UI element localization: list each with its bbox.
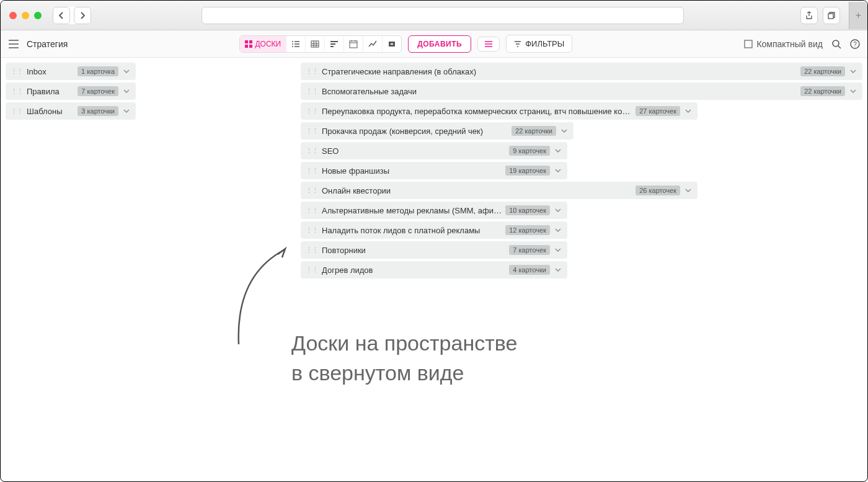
card-count-badge: 22 карточки: [512, 126, 556, 136]
chart-icon: [368, 40, 377, 48]
calendar-view-button[interactable]: [344, 36, 363, 52]
browser-chrome: +: [1, 1, 867, 30]
drag-handle-icon[interactable]: ⋮⋮: [306, 87, 318, 96]
svg-rect-1: [245, 40, 248, 43]
list-view-button[interactable]: [286, 37, 306, 51]
forward-button[interactable]: [74, 7, 91, 24]
annotation-line1: Доски на пространстве: [291, 329, 517, 359]
minimize-window-icon[interactable]: [22, 12, 29, 19]
tabs-button[interactable]: [823, 7, 840, 24]
board-row[interactable]: ⋮⋮Прокачка продаж (конверсия, средний че…: [301, 122, 574, 140]
drag-handle-icon[interactable]: ⋮⋮: [306, 107, 318, 115]
chevron-down-icon[interactable]: [554, 208, 562, 213]
list-icon: [291, 40, 300, 48]
archive-view-button[interactable]: [383, 37, 401, 51]
board-row[interactable]: ⋮⋮Онлайн квестории26 карточек: [301, 182, 698, 199]
board-row[interactable]: ⋮⋮Переупаковка продукта, переработка ком…: [301, 102, 698, 120]
chevron-down-icon[interactable]: [554, 267, 562, 272]
chevron-down-icon[interactable]: [684, 188, 693, 193]
drag-handle-icon[interactable]: ⋮⋮: [306, 207, 318, 215]
table-view-button[interactable]: [306, 37, 325, 51]
svg-rect-6: [350, 41, 357, 48]
board-title: Альтернативные методы рекламы (SMM, афиш…: [322, 206, 502, 215]
chevron-down-icon[interactable]: [560, 128, 569, 133]
card-count-badge: 22 карточки: [800, 86, 845, 96]
chevron-down-icon[interactable]: [122, 89, 131, 94]
content-area: ⋮⋮Inbox1 карточка⋮⋮Правила7 карточек⋮⋮Ша…: [1, 58, 867, 283]
chevron-down-icon[interactable]: [684, 109, 693, 114]
add-button[interactable]: ДОБАВИТЬ: [408, 35, 471, 53]
drag-handle-icon[interactable]: ⋮⋮: [306, 147, 318, 155]
chevron-down-icon[interactable]: [122, 69, 131, 74]
filters-button[interactable]: ФИЛЬТРЫ: [506, 35, 572, 53]
card-count-badge: 9 карточек: [509, 146, 550, 156]
card-count-badge: 26 карточек: [636, 185, 680, 195]
board-row[interactable]: ⋮⋮Наладить поток лидов с платной рекламы…: [301, 221, 567, 239]
drag-handle-icon[interactable]: ⋮⋮: [306, 266, 318, 274]
board-title: Новые франшизы: [322, 166, 502, 176]
close-window-icon[interactable]: [9, 12, 17, 19]
help-icon[interactable]: ?: [850, 39, 860, 49]
board-row[interactable]: ⋮⋮Догрев лидов4 карточки: [301, 261, 567, 279]
url-bar[interactable]: [202, 7, 684, 24]
gantt-view-button[interactable]: [325, 37, 344, 51]
app-toolbar: Стратегия ДОСКИ ДОБАВИТЬ ФИЛЬТРЫ Компакт…: [1, 30, 867, 58]
table-icon: [311, 40, 319, 48]
board-row[interactable]: ⋮⋮Шаблоны3 карточки: [6, 102, 136, 120]
share-button[interactable]: [800, 7, 818, 24]
drag-handle-icon[interactable]: ⋮⋮: [306, 187, 318, 195]
svg-rect-3: [245, 45, 248, 48]
drag-handle-icon[interactable]: ⋮⋮: [306, 226, 318, 234]
chart-view-button[interactable]: [363, 37, 383, 51]
checkbox-icon: [744, 40, 753, 48]
right-boards-column: ⋮⋮Стратегические направления (в облаках)…: [301, 63, 862, 279]
drag-handle-icon[interactable]: ⋮⋮: [11, 107, 23, 115]
left-boards-column: ⋮⋮Inbox1 карточка⋮⋮Правила7 карточек⋮⋮Ша…: [6, 63, 136, 120]
annotation-text: Доски на пространстве в свернутом виде: [291, 329, 517, 388]
maximize-window-icon[interactable]: [34, 12, 42, 19]
board-title: Переупаковка продукта, переработка комме…: [322, 107, 632, 116]
chevron-down-icon[interactable]: [554, 248, 562, 252]
compact-view-toggle[interactable]: Компактный вид: [744, 39, 823, 49]
chevron-down-icon[interactable]: [554, 148, 562, 153]
chevron-down-icon[interactable]: [122, 109, 131, 114]
boards-icon: [245, 40, 252, 48]
new-tab-button[interactable]: +: [849, 2, 867, 29]
drag-handle-icon[interactable]: ⋮⋮: [11, 68, 23, 76]
drag-handle-icon[interactable]: ⋮⋮: [306, 246, 318, 254]
menu-icon[interactable]: [8, 40, 20, 48]
drag-handle-icon[interactable]: ⋮⋮: [11, 87, 23, 96]
priority-button[interactable]: [477, 37, 500, 51]
board-title: Вспомогательные задачи: [322, 87, 797, 96]
gantt-icon: [330, 40, 339, 48]
boards-view-button[interactable]: ДОСКИ: [240, 36, 286, 52]
board-row[interactable]: ⋮⋮Новые франшизы19 карточек: [301, 162, 567, 179]
board-row[interactable]: ⋮⋮Стратегические направления (в облаках)…: [301, 63, 862, 80]
board-row[interactable]: ⋮⋮SEO9 карточек: [301, 142, 567, 159]
drag-handle-icon[interactable]: ⋮⋮: [306, 127, 318, 135]
view-switcher: ДОСКИ: [239, 35, 402, 53]
search-icon[interactable]: [831, 39, 841, 49]
svg-point-10: [833, 40, 839, 47]
board-row[interactable]: ⋮⋮Повторники7 карточек: [301, 241, 567, 259]
board-title: Повторники: [322, 246, 505, 255]
card-count-badge: 7 карточек: [509, 245, 550, 255]
card-count-badge: 3 карточки: [78, 106, 118, 116]
chevron-down-icon[interactable]: [849, 69, 857, 74]
drag-handle-icon[interactable]: ⋮⋮: [306, 167, 318, 175]
board-title: Правила: [27, 87, 74, 96]
board-title: Шаблоны: [27, 107, 74, 116]
card-count-badge: 27 карточек: [636, 106, 680, 116]
board-row[interactable]: ⋮⋮Inbox1 карточка: [6, 63, 136, 80]
chevron-down-icon[interactable]: [554, 228, 562, 233]
chevron-down-icon[interactable]: [554, 168, 562, 173]
back-button[interactable]: [53, 7, 70, 24]
chevron-down-icon[interactable]: [849, 89, 857, 94]
board-row[interactable]: ⋮⋮Альтернативные методы рекламы (SMM, аф…: [301, 202, 567, 219]
board-row[interactable]: ⋮⋮Правила7 карточек: [6, 83, 136, 100]
svg-rect-2: [249, 40, 252, 43]
drag-handle-icon[interactable]: ⋮⋮: [306, 68, 318, 76]
annotation-line2: в свернутом виде: [291, 359, 517, 388]
card-count-badge: 22 карточки: [800, 66, 845, 76]
board-row[interactable]: ⋮⋮Вспомогательные задачи22 карточки: [301, 83, 862, 100]
